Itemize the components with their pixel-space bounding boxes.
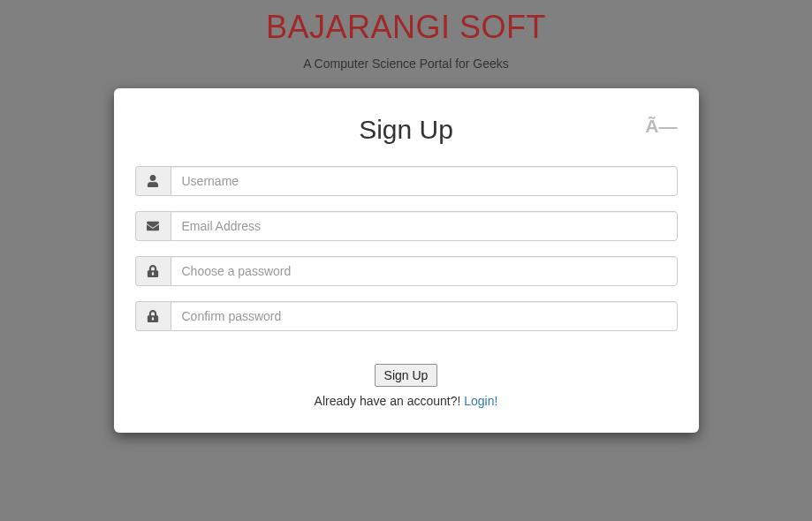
email-group <box>135 211 678 241</box>
modal-footer: Sign Up Already have an account?! Login! <box>114 364 699 433</box>
username-group <box>135 166 678 196</box>
footer-text: Already have an account?! Login! <box>135 394 678 408</box>
signup-modal: Sign Up Ã— Sign Up <box>114 88 699 433</box>
envelope-icon <box>135 211 171 241</box>
password-input[interactable] <box>171 256 678 286</box>
password-group <box>135 256 678 286</box>
lock-icon <box>135 301 171 331</box>
confirm-password-input[interactable] <box>171 301 678 331</box>
page-subtitle: A Computer Science Portal for Geeks <box>0 57 812 71</box>
lock-icon <box>135 256 171 286</box>
email-input[interactable] <box>171 211 678 241</box>
signup-button[interactable]: Sign Up <box>375 364 438 387</box>
user-icon <box>135 166 171 196</box>
close-button[interactable]: Ã— <box>645 117 677 135</box>
page-title: BAJARANGI SOFT <box>0 0 812 46</box>
confirm-password-group <box>135 301 678 331</box>
login-link[interactable]: Login! <box>464 394 497 408</box>
modal-title: Sign Up <box>132 115 681 145</box>
username-input[interactable] <box>171 166 678 196</box>
modal-header: Sign Up Ã— <box>114 88 699 166</box>
footer-prompt: Already have an account?! <box>315 394 465 408</box>
modal-body <box>114 166 699 364</box>
